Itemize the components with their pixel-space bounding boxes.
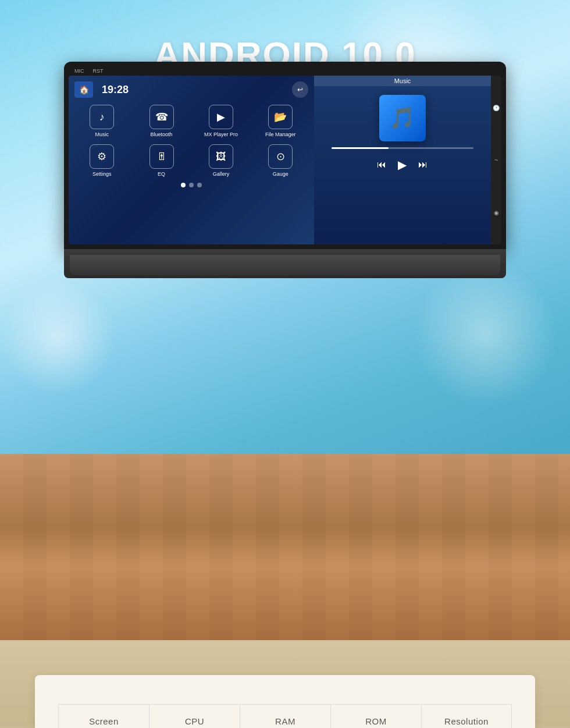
page-dot-1[interactable] xyxy=(181,183,186,187)
app-bluetooth-icon: ☎ xyxy=(149,105,174,129)
device-top-bar: MIC RST xyxy=(69,66,501,76)
right-sidebar: 🕐 ~ ◉ xyxy=(491,76,501,244)
back-button[interactable]: ↩ xyxy=(292,81,308,98)
app-mxplayer[interactable]: ▶ MX Player Pro xyxy=(194,105,248,137)
app-grid-row2: ⚙ Settings 🎚 EQ 🖼 Gallery xyxy=(74,144,308,177)
device-container: MIC RST 🏠 19:28 ↩ ♪ xyxy=(64,62,506,278)
screen-right-panel: Music 🎵 ⏮ ▶ ⏭ xyxy=(314,76,491,244)
specs-paper: Screen 10.25" CPU 8Core RAM 2 GB ROM 32 … xyxy=(35,675,535,728)
app-bluetooth-label: Bluetooth xyxy=(151,132,173,137)
page-indicators xyxy=(74,183,308,187)
mic-label: MIC xyxy=(74,68,84,74)
app-gauge-icon: ⊙ xyxy=(268,144,293,169)
music-tab-label: Music xyxy=(314,76,491,86)
specs-grid: Screen 10.25" CPU 8Core RAM 2 GB ROM 32 … xyxy=(58,704,512,728)
home-button[interactable]: 🏠 xyxy=(74,81,93,98)
screen-left-panel: 🏠 19:28 ↩ ♪ Music ☎ Bl xyxy=(69,76,314,244)
device-stand xyxy=(70,255,500,275)
rst-label: RST xyxy=(93,68,104,74)
spec-ram-label: RAM xyxy=(275,716,295,726)
app-gallery-icon: 🖼 xyxy=(209,144,233,169)
next-button[interactable]: ⏭ xyxy=(418,159,428,170)
music-album-art: 🎵 xyxy=(379,95,426,141)
page-dot-3[interactable] xyxy=(197,183,202,187)
app-settings-icon: ⚙ xyxy=(90,144,114,169)
spec-cpu: CPU 8Core xyxy=(149,704,240,728)
app-eq[interactable]: 🎚 EQ xyxy=(134,144,188,177)
play-button[interactable]: ▶ xyxy=(398,158,407,172)
app-settings[interactable]: ⚙ Settings xyxy=(74,144,129,177)
specs-section: Screen 10.25" CPU 8Core RAM 2 GB ROM 32 … xyxy=(0,640,570,728)
sidebar-audio-icon[interactable]: ◉ xyxy=(494,209,499,216)
app-music-label: Music xyxy=(95,132,109,137)
app-music-icon: ♪ xyxy=(90,105,114,129)
spec-screen: Screen 10.25" xyxy=(58,704,149,728)
screen-header: 🏠 19:28 ↩ xyxy=(74,81,308,98)
device-on-table xyxy=(64,454,506,466)
spec-rom: ROM 32 GB xyxy=(330,704,421,728)
prev-button[interactable]: ⏮ xyxy=(377,159,386,170)
spec-resolution-label: Resolution xyxy=(444,716,489,726)
app-bluetooth[interactable]: ☎ Bluetooth xyxy=(134,105,188,137)
music-controls: ⏮ ▶ ⏭ xyxy=(314,158,491,172)
cloud-left-decoration xyxy=(0,279,116,396)
app-mxplayer-label: MX Player Pro xyxy=(204,132,238,137)
app-eq-icon: 🎚 xyxy=(149,144,174,169)
app-gallery-label: Gallery xyxy=(213,171,230,177)
app-music[interactable]: ♪ Music xyxy=(74,105,129,137)
spec-resolution: Resolution 1280×480 xyxy=(421,704,512,728)
spec-rom-label: ROM xyxy=(365,716,387,726)
app-gauge-label: Gauge xyxy=(273,171,288,177)
spec-screen-label: Screen xyxy=(89,716,119,726)
spec-cpu-label: CPU xyxy=(185,716,204,726)
screen-content: 🏠 19:28 ↩ ♪ Music ☎ Bl xyxy=(69,76,501,244)
device-screen-unit: MIC RST 🏠 19:28 ↩ ♪ xyxy=(64,62,506,249)
table-surface xyxy=(0,454,570,640)
device-base xyxy=(64,249,506,278)
page-dot-2[interactable] xyxy=(189,183,194,187)
app-gauge[interactable]: ⊙ Gauge xyxy=(253,144,308,177)
app-mxplayer-icon: ▶ xyxy=(209,105,233,129)
time-display: 19:28 xyxy=(102,84,129,96)
app-filemanager-icon: 📂 xyxy=(268,105,293,129)
music-progress-bar[interactable] xyxy=(332,147,473,149)
app-settings-label: Settings xyxy=(92,171,112,177)
spec-ram: RAM 2 GB xyxy=(240,704,330,728)
sidebar-clock-icon[interactable]: 🕐 xyxy=(493,105,500,111)
app-grid-row1: ♪ Music ☎ Bluetooth ▶ MX Player Pro xyxy=(74,105,308,137)
app-filemanager[interactable]: 📂 File Manager xyxy=(253,105,308,137)
hero-section: ANDROID 10.0 HD TOUCH SCREEN S04041SF MI… xyxy=(0,0,570,454)
sidebar-nav-icon[interactable]: ~ xyxy=(494,157,498,164)
app-filemanager-label: File Manager xyxy=(265,132,296,137)
cloud-right-decoration xyxy=(413,262,558,407)
app-eq-label: EQ xyxy=(158,171,165,177)
app-gallery[interactable]: 🖼 Gallery xyxy=(194,144,248,177)
